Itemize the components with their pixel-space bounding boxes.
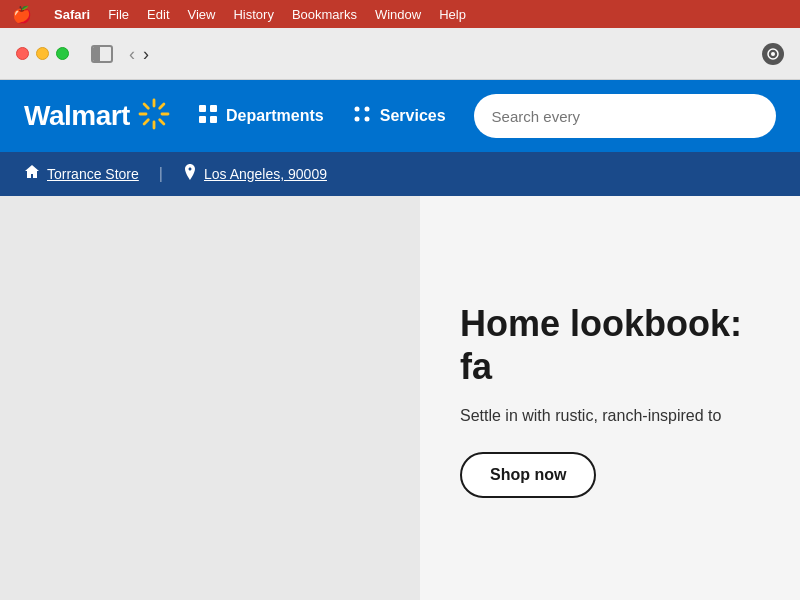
location-link[interactable]: Los Angeles, 90009 <box>204 166 327 182</box>
search-input[interactable] <box>492 108 758 125</box>
walmart-spark-icon <box>138 98 170 135</box>
location-item[interactable]: Los Angeles, 90009 <box>183 164 327 184</box>
departments-label: Departments <box>226 107 324 125</box>
apple-menu[interactable]: 🍎 <box>12 5 32 24</box>
nav-buttons: ‹ › <box>129 45 149 63</box>
minimize-button[interactable] <box>36 47 49 60</box>
menu-file[interactable]: File <box>108 7 129 22</box>
main-content: Home lookbook: fa Settle in with rustic,… <box>0 196 800 600</box>
menu-bookmarks[interactable]: Bookmarks <box>292 7 357 22</box>
home-store-icon <box>24 164 40 184</box>
search-bar[interactable] <box>474 94 776 138</box>
back-button[interactable]: ‹ <box>129 45 135 63</box>
lookbook-subtitle: Settle in with rustic, ranch-inspired to <box>460 404 764 428</box>
menu-history[interactable]: History <box>233 7 273 22</box>
content-right-panel: Home lookbook: fa Settle in with rustic,… <box>420 196 800 600</box>
store-divider: | <box>159 165 163 183</box>
store-bar: Torrance Store | Los Angeles, 90009 <box>0 152 800 196</box>
mac-menu-bar: 🍎 Safari File Edit View History Bookmark… <box>0 0 800 28</box>
services-label: Services <box>380 107 446 125</box>
close-button[interactable] <box>16 47 29 60</box>
svg-line-8 <box>160 104 164 108</box>
menu-help[interactable]: Help <box>439 7 466 22</box>
sidebar-toggle-button[interactable] <box>91 45 113 63</box>
services-icon <box>352 104 372 129</box>
menu-window[interactable]: Window <box>375 7 421 22</box>
svg-rect-13 <box>210 116 217 123</box>
store-location-item[interactable]: Torrance Store <box>24 164 139 184</box>
shop-now-button[interactable]: Shop now <box>460 452 596 498</box>
svg-point-17 <box>364 116 369 121</box>
walmart-logo[interactable]: Walmart <box>24 98 170 135</box>
menu-safari[interactable]: Safari <box>54 7 90 22</box>
svg-line-7 <box>160 119 164 123</box>
departments-nav-item[interactable]: Departments <box>198 104 324 129</box>
svg-line-6 <box>144 104 148 108</box>
reader-view-button[interactable] <box>762 43 784 65</box>
content-left-panel <box>0 196 420 600</box>
svg-rect-12 <box>199 116 206 123</box>
lookbook-title: Home lookbook: fa <box>460 302 764 388</box>
forward-button[interactable]: › <box>143 45 149 63</box>
svg-rect-11 <box>210 105 217 112</box>
browser-chrome: ‹ › <box>0 28 800 80</box>
menu-view[interactable]: View <box>188 7 216 22</box>
torrance-store-link[interactable]: Torrance Store <box>47 166 139 182</box>
svg-point-1 <box>771 52 775 56</box>
maximize-button[interactable] <box>56 47 69 60</box>
menu-edit[interactable]: Edit <box>147 7 169 22</box>
traffic-lights <box>16 47 69 60</box>
svg-rect-10 <box>199 105 206 112</box>
svg-line-9 <box>144 119 148 123</box>
svg-point-16 <box>354 116 359 121</box>
walmart-nav-header: Walmart Departments <box>0 80 800 152</box>
services-nav-item[interactable]: Services <box>352 104 446 129</box>
svg-point-14 <box>354 106 359 111</box>
departments-grid-icon <box>198 104 218 129</box>
pin-location-icon <box>183 164 197 184</box>
svg-point-15 <box>364 106 369 111</box>
walmart-logo-text: Walmart <box>24 100 130 132</box>
